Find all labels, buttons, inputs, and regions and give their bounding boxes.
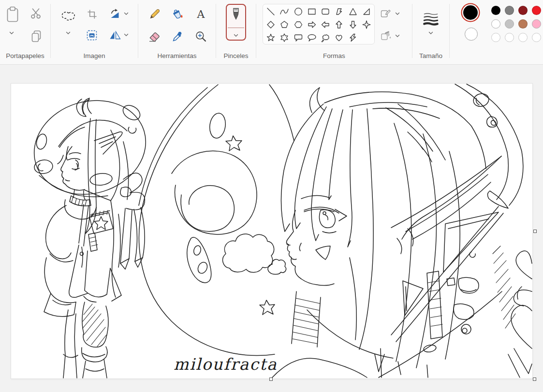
palette-swatch-empty[interactable] <box>491 33 500 42</box>
crop-button[interactable] <box>85 7 99 21</box>
shape-curve[interactable] <box>278 5 291 17</box>
text-tool-button[interactable]: A <box>192 6 209 22</box>
palette-swatch-empty[interactable] <box>518 33 528 42</box>
palette-swatch-#8b1a1d[interactable] <box>518 6 528 15</box>
scissors-icon <box>29 7 42 20</box>
palette-swatch-#ffffff[interactable] <box>491 19 500 29</box>
rotate-icon <box>109 8 121 20</box>
copy-button[interactable] <box>29 28 44 44</box>
group-size: Tamaño <box>412 0 449 64</box>
crop-icon <box>87 9 98 20</box>
flip-dropdown-chevron[interactable] <box>123 32 129 38</box>
shape-star-5[interactable] <box>264 31 277 44</box>
rotate-button[interactable] <box>108 7 122 21</box>
size-button[interactable] <box>421 11 440 27</box>
rotate-dropdown-chevron[interactable] <box>123 11 129 16</box>
flip-button[interactable] <box>108 28 122 43</box>
shape-arrow-up[interactable] <box>333 18 345 30</box>
flip-icon <box>109 29 121 41</box>
size-dropdown-chevron[interactable] <box>428 30 434 36</box>
magnifier-tool-button[interactable] <box>192 28 209 44</box>
left-character <box>22 87 157 378</box>
palette-swatch-#ffaec9[interactable] <box>532 19 541 29</box>
shape-rounded-rectangle[interactable] <box>319 5 332 17</box>
shape-right-triangle[interactable] <box>360 5 373 17</box>
shape-fill-icon <box>380 30 392 42</box>
chevron-down-icon[interactable] <box>233 32 239 38</box>
cut-button[interactable] <box>28 6 44 21</box>
paste-dropdown-chevron[interactable] <box>9 30 15 36</box>
shape-ellipse[interactable] <box>292 5 305 17</box>
shape-outline-dropdown-chevron[interactable] <box>395 11 400 16</box>
shape-polygon[interactable] <box>333 5 345 17</box>
shape-arrow-left[interactable] <box>319 18 332 30</box>
calligraphy-brush-icon <box>230 7 242 23</box>
brushes-button-selected[interactable] <box>226 4 246 41</box>
ribbon-toolbar: Portapapeles <box>0 0 543 65</box>
group-clipboard: Portapapeles <box>0 0 50 64</box>
shape-heart[interactable] <box>333 31 345 44</box>
group-image: Imagen <box>51 0 138 64</box>
canvas-resize-handle-corner[interactable] <box>533 377 536 381</box>
shape-fill-dropdown-chevron[interactable] <box>395 33 400 39</box>
group-tools: A Herramientas <box>138 0 216 64</box>
palette-swatch-#ee1c25[interactable] <box>532 6 541 15</box>
group-label-clipboard: Portapapeles <box>0 52 50 59</box>
fill-bucket-icon <box>171 8 184 20</box>
palette-swatch-empty[interactable] <box>505 33 514 42</box>
shape-callout-rounded[interactable] <box>292 31 305 44</box>
canvas-resize-handle-right[interactable] <box>533 230 537 233</box>
palette-swatch-#000000[interactable] <box>491 6 500 15</box>
shapes-gallery <box>263 4 375 44</box>
text-icon: A <box>195 8 207 20</box>
shape-callout-oval[interactable] <box>306 31 318 44</box>
group-label-tools: Herramientas <box>138 52 216 59</box>
color-palette <box>491 6 541 42</box>
group-label-brushes: Pinceles <box>216 52 256 59</box>
shape-pentagon[interactable] <box>278 18 291 30</box>
work-area: miloufracta <box>0 65 543 392</box>
paste-button[interactable] <box>4 4 21 25</box>
shape-diamond[interactable] <box>264 18 277 30</box>
palette-swatch-#b97a57[interactable] <box>518 19 528 29</box>
color-picker-tool-button[interactable] <box>169 28 186 44</box>
copy-icon <box>30 30 42 43</box>
eraser-icon <box>148 30 161 42</box>
shape-hexagon[interactable] <box>292 18 305 30</box>
eraser-tool-button[interactable] <box>146 28 162 44</box>
shape-star-4[interactable] <box>360 18 373 30</box>
svg-text:A: A <box>196 8 205 20</box>
shape-fill-button[interactable] <box>379 29 393 43</box>
shape-outline-icon <box>380 8 392 19</box>
pencil-tool-button[interactable] <box>146 6 162 22</box>
shape-rectangle[interactable] <box>306 5 318 17</box>
palette-swatch-#c3c3c3[interactable] <box>505 19 514 29</box>
color2-well[interactable] <box>465 28 478 41</box>
stroke-size-icon <box>422 12 440 26</box>
palette-swatch-empty[interactable] <box>532 33 541 42</box>
resize-button[interactable] <box>85 28 99 43</box>
right-character <box>272 87 532 377</box>
shape-outline-button[interactable] <box>379 7 393 20</box>
drawing-canvas[interactable]: miloufracta <box>11 83 533 379</box>
line-art-drawing: miloufracta <box>11 84 532 378</box>
select-button[interactable] <box>59 10 79 27</box>
select-dropdown-chevron[interactable] <box>65 30 71 36</box>
moon-top-right <box>455 84 523 208</box>
palette-swatch-#7f7f7f[interactable] <box>505 6 514 15</box>
magnifier-icon <box>195 30 207 43</box>
canvas-resize-handle-bottom[interactable] <box>269 377 273 381</box>
pencil-icon <box>148 8 161 20</box>
color1-well[interactable] <box>463 5 478 20</box>
shape-line[interactable] <box>264 5 277 17</box>
shape-arrow-right[interactable] <box>306 18 318 30</box>
shape-arrow-down[interactable] <box>347 18 359 30</box>
resize-icon <box>86 29 98 41</box>
shape-triangle[interactable] <box>347 5 359 17</box>
shape-callout-cloud[interactable] <box>319 31 332 44</box>
group-shapes: Formas <box>256 0 412 64</box>
shape-star-6[interactable] <box>278 31 291 44</box>
shape-lightning[interactable] <box>347 31 359 44</box>
fill-tool-button[interactable] <box>169 6 186 22</box>
group-label-size: Tamaño <box>412 52 449 59</box>
